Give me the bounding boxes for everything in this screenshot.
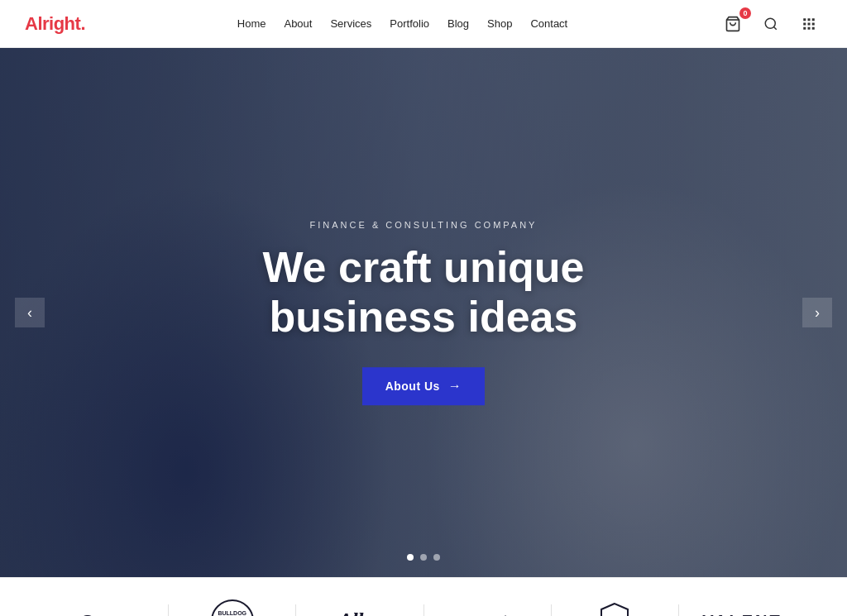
logo-qugey: Qugey [41,610,168,616]
shield-icon [598,602,631,616]
nav-item-home[interactable]: Home [237,17,266,30]
logo-text: Alright [25,13,80,34]
nav-item-shop[interactable]: Shop [487,17,512,30]
logo-allaz: Allaz [296,609,423,616]
nav-item-services[interactable]: Services [330,17,371,30]
hero-cta-button[interactable]: About Us → [362,367,486,405]
cart-icon-wrap: 0 [720,11,746,37]
svg-rect-3 [808,18,811,21]
arrow-icon: → [448,379,462,394]
hero-title: We craft unique business ideas [175,243,672,342]
slider-dot-2[interactable] [420,554,427,561]
svg-rect-10 [812,26,815,29]
nav-item-about[interactable]: About [284,17,312,30]
hero-section: ‹ Finance & Consulting Company We craft … [0,48,847,577]
main-nav: Home About Services Portfolio Blog Shop … [237,17,567,30]
svg-point-1 [765,18,775,28]
slider-next-button[interactable]: › [802,298,832,327]
valent-logo-text: VALENT [702,612,782,617]
nav-item-blog[interactable]: Blog [447,17,469,30]
hero-title-line1: We craft unique [262,243,584,291]
envato-logo-text: envato [469,613,517,617]
svg-rect-9 [808,26,811,29]
shield-logo [598,602,631,616]
search-button[interactable] [758,11,784,37]
svg-rect-4 [812,18,815,21]
svg-rect-6 [808,22,811,25]
logo-bulldog: BULLDOGBRANDCO. [169,599,295,616]
svg-rect-2 [803,18,806,21]
navbar-actions: 0 [720,11,822,37]
slider-dots [407,554,440,561]
site-logo[interactable]: Alright. [25,13,85,35]
logos-section: Qugey BULLDOGBRANDCO. Allaz envato VALEN… [0,577,847,616]
slider-dot-3[interactable] [433,554,440,561]
cart-icon [725,16,741,32]
bulldog-circle-logo: BULLDOGBRANDCO. [211,599,254,616]
chevron-right-icon: › [815,304,820,322]
nav-item-portfolio[interactable]: Portfolio [390,17,429,30]
cart-badge: 0 [739,7,751,19]
slider-dot-1[interactable] [407,554,414,561]
logo-valent: VALENT [679,612,806,617]
logo-shield [552,602,678,616]
svg-rect-7 [812,22,815,25]
logo-accent: . [80,13,85,34]
chevron-left-icon: ‹ [27,304,32,322]
allaz-logo-text: Allaz [338,609,381,616]
grid-icon [802,17,816,31]
logo-envato: envato [424,613,551,617]
navbar: Alright. Home About Services Portfolio B… [0,0,847,48]
search-icon [763,17,778,31]
svg-rect-5 [803,22,806,25]
nav-item-contact[interactable]: Contact [530,17,567,30]
envato-logo: envato [457,613,517,617]
hero-cta-label: About Us [385,380,440,393]
hero-subtitle: Finance & Consulting Company [175,220,672,230]
hero-title-line2: business ideas [270,293,578,341]
slider-prev-button[interactable]: ‹ [15,298,45,327]
qugey-logo-text: Qugey [80,610,129,616]
hero-content: Finance & Consulting Company We craft un… [175,220,672,405]
svg-rect-8 [803,26,806,29]
grid-menu-button[interactable] [796,11,822,37]
